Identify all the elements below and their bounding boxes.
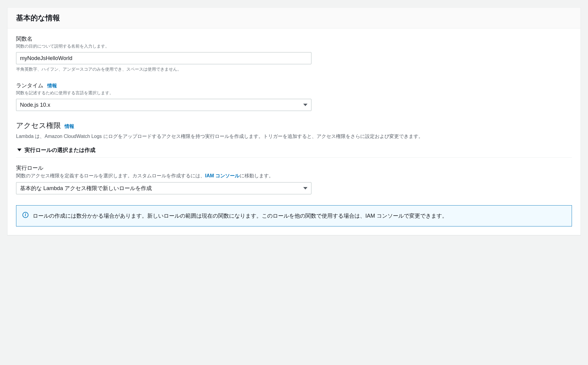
execution-role-expander[interactable]: 実行ロールの選択または作成 <box>16 144 572 158</box>
execution-role-select[interactable]: 基本的な Lambda アクセス権限で新しいロールを作成 <box>16 182 311 194</box>
runtime-label: ランタイム <box>16 82 43 89</box>
page-root: 基本的な情報 関数名 関数の目的について説明する名前を入力します。 半角英数字、… <box>0 0 588 243</box>
info-icon: i <box>22 212 28 218</box>
runtime-selected-value: Node.js 10.x <box>20 102 50 108</box>
permissions-section: アクセス権限 情報 Lambda は、Amazon CloudWatch Log… <box>16 121 572 226</box>
panel-header: 基本的な情報 <box>8 8 580 28</box>
permissions-info-link[interactable]: 情報 <box>65 123 74 130</box>
execution-role-desc-prefix: 関数のアクセス権限を定義するロールを選択します。カスタムロールを作成するには、 <box>16 173 205 178</box>
panel-title: 基本的な情報 <box>16 13 572 23</box>
basic-info-panel: 基本的な情報 関数名 関数の目的について説明する名前を入力します。 半角英数字、… <box>7 7 581 235</box>
execution-role-field: 実行ロール 関数のアクセス権限を定義するロールを選択します。カスタムロールを作成… <box>16 164 572 194</box>
execution-role-desc: 関数のアクセス権限を定義するロールを選択します。カスタムロールを作成するには、I… <box>16 173 572 179</box>
function-name-field: 関数名 関数の目的について説明する名前を入力します。 半角英数字、ハイフン、アン… <box>16 35 572 72</box>
runtime-label-row: ランタイム 情報 <box>16 82 572 89</box>
function-name-hint: 半角英数字、ハイフン、アンダースコアのみを使用でき、スペースは使用できません。 <box>16 67 572 72</box>
function-name-label: 関数名 <box>16 35 572 42</box>
function-name-input[interactable] <box>16 52 311 64</box>
function-name-desc: 関数の目的について説明する名前を入力します。 <box>16 44 572 49</box>
role-info-text: ロールの作成には数分かかる場合があります。新しいロールの範囲は現在の関数になりま… <box>33 211 447 221</box>
runtime-select[interactable]: Node.js 10.x <box>16 99 311 111</box>
expander-label: 実行ロールの選択または作成 <box>25 146 95 154</box>
execution-role-selected-value: 基本的な Lambda アクセス権限で新しいロールを作成 <box>20 185 152 192</box>
execution-role-label: 実行ロール <box>16 164 572 172</box>
runtime-field: ランタイム 情報 関数を記述するために使用する言語を選択します。 Node.js… <box>16 82 572 111</box>
panel-body: 関数名 関数の目的について説明する名前を入力します。 半角英数字、ハイフン、アン… <box>8 28 580 235</box>
permissions-heading-row: アクセス権限 情報 <box>16 121 572 130</box>
permissions-heading: アクセス権限 <box>16 121 61 130</box>
runtime-info-link[interactable]: 情報 <box>47 83 57 88</box>
chevron-down-icon <box>303 104 307 106</box>
permissions-desc: Lambda は、Amazon CloudWatch Logs にログをアップロ… <box>16 132 572 141</box>
chevron-down-icon <box>303 187 307 189</box>
execution-role-desc-suffix: に移動します。 <box>240 173 274 178</box>
iam-console-link[interactable]: IAM コンソール <box>205 173 240 178</box>
caret-down-icon <box>17 149 22 151</box>
runtime-desc: 関数を記述するために使用する言語を選択します。 <box>16 90 572 96</box>
role-info-alert: i ロールの作成には数分かかる場合があります。新しいロールの範囲は現在の関数にな… <box>16 205 572 226</box>
